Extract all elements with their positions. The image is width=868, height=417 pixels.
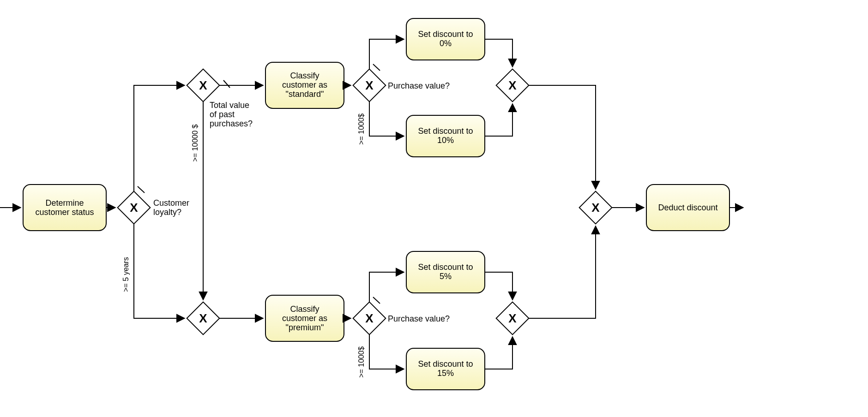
bpmn-diagram: Determine customer status Classify custo…	[0, 0, 868, 417]
svg-text:Set discount to: Set discount to	[418, 359, 473, 369]
svg-text:Set discount to: Set discount to	[418, 30, 473, 39]
task-discount-5: Set discount to 5%	[406, 251, 485, 293]
task-deduct-discount: Deduct discount	[646, 185, 729, 231]
gateway-purchase-value-std: X Purchase value?	[353, 69, 450, 102]
task-discount-15: Set discount to 15%	[406, 348, 485, 390]
svg-text:Classify: Classify	[290, 304, 319, 314]
svg-text:X: X	[130, 201, 138, 214]
default-slash-g3	[373, 64, 380, 71]
gateway-merge-prem: X	[496, 302, 529, 335]
flow-g3-0	[369, 39, 404, 69]
svg-text:X: X	[591, 201, 600, 214]
svg-text:customer as: customer as	[282, 80, 327, 89]
cond-5years: >= 5 years	[122, 257, 130, 292]
svg-text:purchases?: purchases?	[210, 119, 253, 128]
cond-1000-prem: >= 1000$	[357, 346, 365, 378]
flow-g1-g2b	[134, 224, 185, 318]
flow-10-merge	[485, 104, 512, 136]
svg-text:Set discount to: Set discount to	[418, 262, 473, 272]
flow-g3-10	[369, 101, 404, 136]
task-determine-status: Determine customer status	[23, 185, 106, 231]
task-classify-standard: Classify customer as "standard"	[265, 62, 344, 108]
gateway-purchase-value-prem: X Purchase value?	[353, 302, 450, 335]
flow-15-merge	[485, 337, 512, 369]
svg-text:5%: 5%	[440, 272, 452, 281]
svg-text:of past: of past	[210, 110, 235, 119]
svg-text:X: X	[365, 78, 374, 92]
gateway-merge-final: X	[579, 191, 612, 224]
svg-text:Purchase value?: Purchase value?	[388, 81, 450, 90]
flow-g4-5	[369, 272, 404, 302]
svg-text:customer status: customer status	[35, 208, 94, 217]
task-classify-premium: Classify customer as "premium"	[265, 295, 344, 341]
svg-text:Total value: Total value	[210, 101, 249, 110]
default-slash-g2	[223, 80, 230, 88]
cond-10000: >= 10000 $	[191, 124, 199, 161]
flow-mstd-final	[529, 85, 596, 189]
svg-text:loyalty?: loyalty?	[153, 208, 181, 217]
svg-text:Deduct discount: Deduct discount	[658, 203, 717, 212]
svg-text:"standard": "standard"	[286, 89, 324, 99]
svg-text:Determine: Determine	[45, 198, 84, 208]
default-slash-g4	[373, 297, 380, 304]
svg-text:X: X	[199, 78, 207, 92]
svg-text:X: X	[508, 78, 517, 92]
svg-text:15%: 15%	[437, 369, 454, 378]
svg-text:10%: 10%	[437, 136, 454, 145]
gateway-past-purchases: X Total value of past purchases?	[187, 69, 253, 128]
flow-g4-15	[369, 334, 404, 369]
svg-text:X: X	[199, 311, 207, 325]
task-discount-0: Set discount to 0%	[406, 18, 485, 60]
svg-text:X: X	[365, 311, 374, 325]
gateway-premium-split: X	[187, 302, 220, 335]
flow-5-merge	[485, 272, 512, 300]
svg-text:customer as: customer as	[282, 314, 327, 323]
svg-text:0%: 0%	[440, 39, 452, 48]
svg-text:Set discount to: Set discount to	[418, 126, 473, 136]
flow-0-merge	[485, 39, 512, 67]
cond-1000-std: >= 1000$	[357, 113, 365, 145]
svg-text:"premium": "premium"	[286, 323, 324, 332]
svg-text:Purchase value?: Purchase value?	[388, 314, 450, 323]
svg-text:X: X	[508, 311, 517, 325]
flow-g1-g2	[134, 85, 185, 191]
svg-text:Classify: Classify	[290, 71, 319, 80]
flow-mprem-final	[529, 226, 596, 318]
gateway-customer-loyalty: X Customer loyalty?	[118, 191, 189, 224]
default-slash-g1	[138, 186, 145, 193]
svg-text:Customer: Customer	[153, 198, 189, 208]
task-discount-10: Set discount to 10%	[406, 115, 485, 157]
gateway-merge-std: X	[496, 69, 529, 102]
